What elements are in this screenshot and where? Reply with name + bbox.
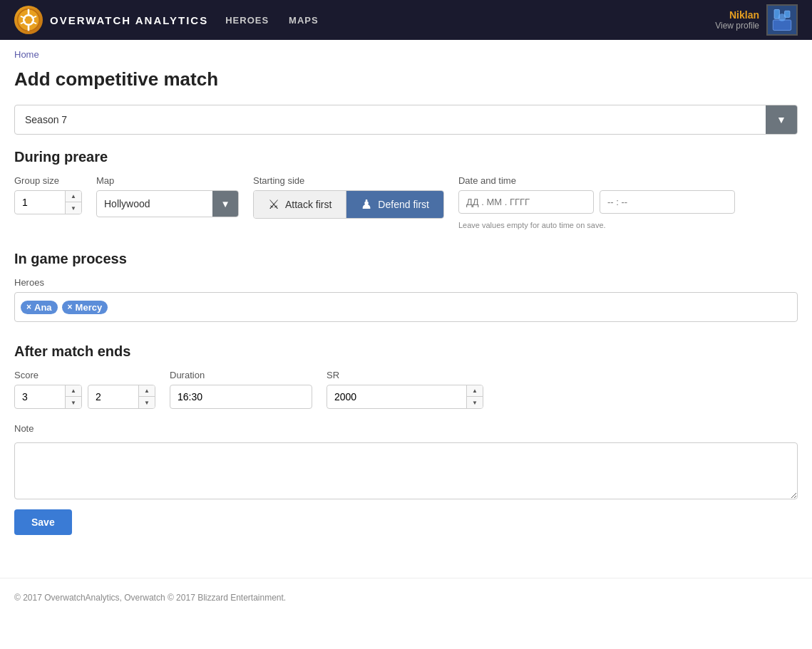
attack-icon: ⚔: [268, 197, 279, 212]
after-match-title: After match ends: [14, 343, 798, 360]
datetime-group: Date and time Leave values empty for aut…: [458, 175, 735, 229]
navbar-user: Niklan View profile: [715, 9, 759, 31]
home-link[interactable]: Home: [14, 49, 39, 60]
hero-tag-mercy: × Mercy: [62, 301, 108, 314]
date-input[interactable]: [458, 190, 594, 214]
during-preare-title: During preare: [14, 149, 798, 165]
score1-wrap: ▲ ▼: [14, 385, 82, 409]
score-group: Score ▲ ▼ ▲ ▼: [14, 370, 155, 409]
datetime-inputs: [458, 190, 735, 214]
main-content: Add competitive match Season 7 ▼ During …: [0, 63, 812, 578]
score1-decrement[interactable]: ▼: [66, 397, 81, 408]
attack-first-button[interactable]: ⚔ Attack first: [254, 191, 346, 218]
page-title: Add competitive match: [14, 68, 798, 90]
group-size-input[interactable]: [15, 192, 65, 212]
heroes-input-wrap[interactable]: × Ana × Mercy: [14, 292, 798, 322]
season-dropdown-button[interactable]: ▼: [766, 105, 797, 134]
hero-tag-mercy-label: Mercy: [76, 302, 103, 313]
brand-label: OVERWATCH ANALYTICS: [50, 14, 208, 26]
sr-decrement[interactable]: ▼: [467, 397, 483, 408]
group-size-increment[interactable]: ▲: [66, 191, 81, 202]
after-match-row: Score ▲ ▼ ▲ ▼: [14, 370, 798, 409]
score1-increment[interactable]: ▲: [66, 385, 81, 397]
breadcrumb: Home: [0, 40, 812, 63]
time-input[interactable]: [600, 190, 735, 214]
sr-spinners: ▲ ▼: [466, 385, 483, 408]
map-dropdown-button[interactable]: ▼: [212, 191, 238, 217]
group-size-label: Group size: [14, 175, 82, 186]
svg-rect-11: [773, 20, 791, 31]
score2-input[interactable]: [88, 387, 138, 407]
starting-side-group: Starting side ⚔ Attack first ♟ Defend fi…: [253, 175, 444, 219]
hero-tag-ana: × Ana: [21, 301, 58, 314]
score-label: Score: [14, 370, 155, 380]
duration-group: Duration: [170, 370, 312, 409]
in-game-title: In game process: [14, 251, 798, 267]
datetime-label: Date and time: [458, 175, 735, 186]
sr-group: SR ▲ ▼: [327, 370, 483, 409]
score1-input[interactable]: [15, 387, 65, 407]
heroes-link[interactable]: HEROES: [222, 9, 272, 31]
hero-tag-ana-label: Ana: [34, 302, 52, 313]
score2-increment[interactable]: ▲: [139, 385, 155, 397]
navbar-right: Niklan View profile: [715, 4, 798, 36]
preare-form-row: Group size ▲ ▼ Map Hollywood ▼: [14, 175, 798, 229]
season-label: Season 7: [15, 107, 766, 133]
defend-icon: ♟: [361, 197, 372, 212]
sr-label: SR: [327, 370, 483, 380]
footer: © 2017 OverwatchAnalytics, Overwatch © 2…: [0, 578, 812, 617]
score1-spinners: ▲ ▼: [65, 385, 81, 408]
datetime-hint: Leave values empty for auto time on save…: [458, 221, 735, 229]
section-after-match: After match ends Score ▲ ▼: [14, 343, 798, 535]
defend-first-label: Defend first: [378, 199, 429, 210]
sr-input[interactable]: [327, 387, 466, 407]
starting-side-label: Starting side: [253, 175, 444, 186]
group-size-input-wrap: ▲ ▼: [14, 190, 82, 214]
navbar: OVERWATCH ANALYTICS HEROES MAPS Niklan V…: [0, 0, 812, 40]
svg-point-12: [778, 14, 786, 21]
navbar-left: OVERWATCH ANALYTICS HEROES MAPS: [14, 6, 322, 34]
sr-increment[interactable]: ▲: [467, 385, 483, 397]
navbar-links: HEROES MAPS: [222, 9, 321, 31]
group-size-spinners: ▲ ▼: [65, 191, 81, 214]
starting-side-buttons: ⚔ Attack first ♟ Defend first: [253, 190, 444, 219]
hero-tag-ana-remove[interactable]: ×: [26, 302, 31, 312]
map-select-wrap: Hollywood ▼: [96, 190, 239, 217]
season-dropdown[interactable]: Season 7 ▼: [14, 105, 798, 135]
heroes-group: Heroes × Ana × Mercy: [14, 277, 798, 322]
sr-input-wrap: ▲ ▼: [327, 385, 483, 409]
attack-first-label: Attack first: [285, 199, 332, 210]
score-inputs: ▲ ▼ ▲ ▼: [14, 385, 155, 409]
map-select[interactable]: Hollywood: [97, 192, 212, 215]
save-button[interactable]: Save: [14, 509, 72, 535]
duration-input[interactable]: [170, 385, 312, 409]
username-label: Niklan: [715, 9, 759, 21]
score2-wrap: ▲ ▼: [88, 385, 155, 409]
avatar[interactable]: [766, 4, 798, 36]
duration-label: Duration: [170, 370, 312, 380]
navbar-logo: OVERWATCH ANALYTICS: [14, 6, 208, 34]
score2-decrement[interactable]: ▼: [139, 397, 155, 408]
view-profile-link[interactable]: View profile: [715, 21, 759, 31]
map-label: Map: [96, 175, 239, 186]
note-textarea[interactable]: [14, 442, 798, 499]
score2-spinners: ▲ ▼: [138, 385, 155, 408]
note-label: Note: [14, 423, 798, 434]
section-during-preare: During preare Group size ▲ ▼ Map Ho: [14, 149, 798, 229]
footer-text: © 2017 OverwatchAnalytics, Overwatch © 2…: [14, 593, 286, 603]
heroes-label: Heroes: [14, 277, 798, 288]
section-in-game: In game process Heroes × Ana × Mercy: [14, 251, 798, 322]
defend-first-button[interactable]: ♟ Defend first: [346, 191, 443, 218]
note-group: Note: [14, 423, 798, 499]
group-size-group: Group size ▲ ▼: [14, 175, 82, 214]
group-size-decrement[interactable]: ▼: [66, 202, 81, 214]
hero-tag-mercy-remove[interactable]: ×: [68, 302, 73, 312]
maps-link[interactable]: MAPS: [286, 9, 322, 31]
logo-icon: [14, 6, 43, 34]
map-group: Map Hollywood ▼: [96, 175, 239, 217]
